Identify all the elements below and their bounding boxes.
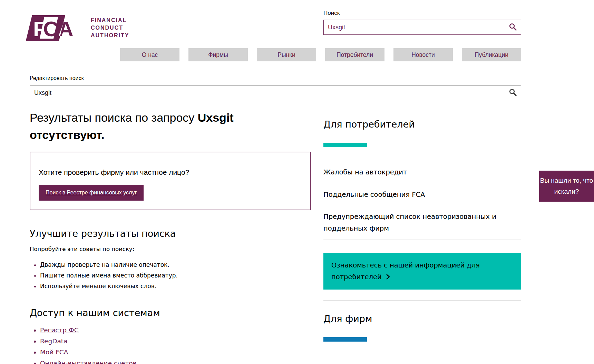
edit-search-label: Редактировать поиск (30, 75, 521, 81)
results-main: Результаты поиска по запросу Uxsgit отсу… (30, 109, 311, 364)
nav-item-news[interactable]: Новости (393, 48, 453, 61)
consumers-heading: Для потребителей (323, 119, 521, 130)
fs-register-search-button[interactable]: Поиск в Реестре финансовых услуг (39, 185, 144, 201)
header-search-label: Поиск (323, 10, 521, 17)
firms-heading: Для фирм (323, 313, 521, 324)
feedback-button[interactable]: Вы нашли то, что искали? (539, 171, 594, 202)
header-search-input[interactable] (324, 20, 521, 34)
wordmark-line: FINANCIAL (91, 17, 129, 24)
sidebar: Для потребителей Жалобы на автокредит По… (323, 119, 521, 342)
tips-intro: Попробуйте эти советы по поиску: (30, 246, 311, 252)
teal-accent-bar (323, 143, 367, 147)
consumer-info-cta-label: Ознакомьтесь с нашей информацией для пот… (331, 261, 480, 281)
fca-wordmark: FINANCIAL CONDUCT AUTHORITY (91, 17, 129, 39)
header-search-box (323, 20, 521, 35)
systems-link-my-fca[interactable]: Мой FCA (40, 348, 68, 356)
consumer-links: Жалобы на автокредит Поддельные сообщени… (323, 162, 521, 240)
results-heading: Результаты поиска по запросу Uxsgit отсу… (30, 109, 271, 143)
systems-link-regdata[interactable]: RegData (40, 337, 67, 345)
systems-heading: Доступ к нашим системам (30, 307, 311, 318)
edit-search: Редактировать поиск (30, 75, 521, 100)
systems-link-online-invoicing[interactable]: Онлайн-выставление счетов (40, 360, 136, 364)
systems-links-list: Регистр ФС RegData Мой FCA Онлайн-выстав… (40, 326, 311, 364)
nav-item-markets[interactable]: Рынки (257, 48, 316, 61)
header-search-submit-button[interactable] (508, 23, 517, 32)
check-firm-question: Хотите проверить фирму или частное лицо? (39, 168, 302, 176)
main-nav: О нас Фирмы Рынки Потребители Новости Пу… (116, 48, 521, 61)
consumer-link-car-finance[interactable]: Жалобы на автокредит (323, 162, 521, 184)
search-tips-list: Дважды проверьте на наличие опечаток. Пи… (40, 261, 311, 290)
list-item: Регистр ФС (40, 326, 311, 334)
nav-item-publications[interactable]: Публикации (462, 48, 521, 61)
edit-search-submit-button[interactable] (508, 88, 517, 97)
fca-logo[interactable]: F C A A FINANCIAL CONDUCT AUTHORITY (26, 15, 129, 41)
wordmark-line: AUTHORITY (91, 32, 129, 39)
search-tip: Дважды проверьте на наличие опечаток. (40, 261, 311, 268)
check-firm-callout: Хотите проверить фирму или частное лицо?… (30, 152, 311, 210)
nav-item-consumers[interactable]: Потребители (325, 48, 384, 61)
header-search: Поиск (323, 10, 521, 35)
fca-logo-icon: F C A A (26, 15, 82, 41)
chevron-right-icon (385, 274, 391, 280)
improve-results-heading: Улучшите результаты поиска (30, 228, 311, 239)
search-tip: Пишите полные имена вместо аббревиатур. (40, 272, 311, 279)
consumer-link-fake-fca[interactable]: Поддельные сообщения FCA (323, 184, 521, 206)
consumer-info-cta[interactable]: Ознакомьтесь с нашей информацией для пот… (323, 253, 521, 290)
edit-search-box (30, 85, 521, 100)
list-item: Онлайн-выставление счетов (40, 360, 311, 364)
fca-search-results-page: F C A A FINANCIAL CONDUCT AUTHORITY Поис… (0, 0, 594, 364)
list-item: Мой FCA (40, 348, 311, 356)
wordmark-line: CONDUCT (91, 24, 129, 32)
blue-accent-bar (323, 337, 367, 342)
consumer-link-warning-list[interactable]: Предупреждающий список неавторизованных … (323, 206, 521, 240)
systems-link-fs-register[interactable]: Регистр ФС (40, 326, 79, 334)
nav-item-firms[interactable]: Фирмы (188, 48, 248, 61)
search-icon (509, 23, 517, 31)
list-item: RegData (40, 337, 311, 345)
nav-item-about[interactable]: О нас (120, 48, 179, 61)
search-tip: Используйте меньше ключевых слов. (40, 283, 311, 290)
results-heading-normal: Результаты поиска по запросу (30, 111, 198, 124)
divider (323, 300, 521, 301)
edit-search-input[interactable] (30, 85, 521, 100)
search-icon (509, 88, 517, 97)
svg-text:C: C (43, 17, 59, 41)
